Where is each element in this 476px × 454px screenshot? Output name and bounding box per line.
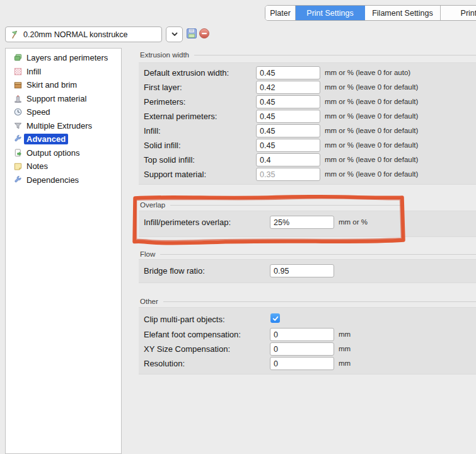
field-label: Top solid infill:	[144, 155, 195, 165]
field-hint: mm or % (leave 0 for default)	[325, 112, 418, 120]
elefant-foot-compensation-input[interactable]	[270, 328, 334, 341]
preset-dropdown-button[interactable]	[166, 26, 183, 42]
field-hint: mm or %	[339, 218, 368, 226]
field-hint: mm or % (leave 0 for default)	[325, 83, 418, 91]
field-label: Resolution:	[144, 359, 185, 368]
infill-perimeters-overlap-input[interactable]	[270, 216, 334, 229]
field-hint: mm or % (leave 0 for auto)	[325, 69, 410, 76]
bridge-flow-ratio-input[interactable]	[270, 264, 334, 277]
box-icon	[13, 80, 23, 90]
wrench-icon	[13, 175, 23, 185]
sidebar-item-label: Speed	[26, 107, 50, 117]
field-hint: mm	[339, 345, 351, 352]
tab-print-settings[interactable]: Print Settings	[296, 6, 365, 20]
field-label: Elefant foot compensation:	[144, 330, 241, 339]
sidebar-item-label: Multiple Extruders	[26, 121, 92, 131]
field-label: Solid infill:	[144, 141, 181, 150]
note-icon	[13, 161, 23, 171]
sidebar-item-output-options[interactable]: Output options	[6, 146, 121, 160]
default-extrusion-width-input[interactable]	[256, 66, 320, 79]
preset-name: 0.20mm NORMAL konstrukce	[23, 30, 128, 39]
section-header-overlap: Overlap	[140, 201, 403, 209]
field-hint: mm or % (leave 0 for default)	[325, 170, 418, 178]
field-label: Support material:	[144, 170, 206, 179]
sidebar-item-label: Skirt and brim	[26, 80, 77, 90]
layers-icon	[13, 53, 23, 62]
infill-width-input[interactable]	[256, 124, 320, 137]
field-label: Clip multi-part objects:	[144, 315, 225, 324]
field-hint: mm or % (leave 0 for default)	[325, 127, 418, 134]
wrench-icon	[13, 134, 23, 144]
page-arrow-icon	[13, 148, 23, 158]
field-hint: mm	[339, 330, 351, 338]
sidebar-item-support-material[interactable]: Support material	[6, 92, 121, 106]
preset-flag-icon	[10, 30, 20, 39]
checkmark-icon	[272, 315, 279, 322]
sidebar-item-notes[interactable]: Notes	[6, 160, 121, 173]
tab-plater[interactable]: Plater	[265, 6, 296, 20]
perimeters-width-input[interactable]	[256, 95, 320, 108]
delete-preset-button[interactable]	[198, 27, 210, 39]
field-hint: mm or % (leave 0 for default)	[325, 156, 418, 163]
save-preset-button[interactable]	[185, 27, 197, 39]
field-hint: mm	[339, 359, 351, 367]
section-title: Extrusion width	[140, 51, 189, 59]
save-floppy-icon	[186, 28, 197, 39]
field-hint: mm or % (leave 0 for default)	[325, 141, 418, 149]
sidebar-item-label: Notes	[26, 161, 48, 171]
clock-icon	[13, 107, 23, 117]
field-hint: mm or % (leave 0 for default)	[325, 98, 418, 105]
field-label: Infill/perimeters overlap:	[144, 218, 231, 227]
sidebar-item-advanced[interactable]: Advanced	[6, 132, 121, 146]
xy-size-compensation-input[interactable]	[270, 342, 334, 356]
section-title: Flow	[140, 250, 155, 258]
sidebar-item-layers-and-perimeters[interactable]: Layers and perimeters	[6, 51, 121, 65]
sidebar-item-skirt-and-brim[interactable]: Skirt and brim	[6, 78, 121, 92]
tab-printer-settings[interactable]: Printer	[441, 6, 476, 20]
section-divider	[163, 301, 476, 302]
field-label: First layer:	[144, 83, 182, 92]
field-label: Perimeters:	[144, 97, 185, 107]
tab-filament-settings[interactable]: Filament Settings	[365, 6, 441, 20]
resolution-input[interactable]	[270, 357, 334, 370]
sidebar-item-speed[interactable]: Speed	[6, 105, 121, 119]
building-icon	[13, 94, 23, 103]
sidebar-item-dependencies[interactable]: Dependencies	[6, 173, 121, 187]
funnel-icon	[13, 121, 23, 131]
field-label: XY Size Compensation:	[144, 344, 230, 354]
section-divider	[194, 55, 476, 55]
sidebar-item-multiple-extruders[interactable]: Multiple Extruders	[6, 119, 121, 133]
sidebar-item-label: Infill	[26, 67, 41, 76]
clip-multipart-checkbox[interactable]	[270, 313, 280, 323]
settings-category-sidebar: Layers and perimeters Infill Skirt and b	[5, 48, 122, 454]
section-header-flow: Flow	[140, 250, 476, 258]
sidebar-item-label: Support material	[26, 94, 86, 103]
solid-infill-width-input[interactable]	[256, 139, 320, 152]
category-list: Layers and perimeters Infill Skirt and b	[6, 49, 121, 187]
chevron-down-icon	[171, 32, 178, 37]
section-header-other: Other	[140, 298, 476, 305]
sidebar-item-infill[interactable]: Infill	[6, 65, 121, 79]
field-label: Infill:	[144, 126, 161, 136]
infill-pattern-icon	[13, 67, 23, 76]
field-label: Default extrusion width:	[144, 68, 229, 78]
section-divider	[160, 254, 476, 255]
sidebar-item-label: Advanced	[24, 134, 68, 144]
section-title: Overlap	[140, 201, 165, 209]
delete-minus-icon	[199, 28, 210, 39]
slic3r-print-settings-window: Plater Print Settings Filament Settings …	[0, 0, 476, 454]
sidebar-item-label: Output options	[26, 148, 80, 158]
sidebar-item-label: Layers and perimeters	[26, 53, 108, 62]
section-header-extrusion-width: Extrusion width	[140, 51, 476, 59]
support-material-width-input[interactable]	[256, 168, 320, 181]
field-label: Bridge flow ratio:	[144, 266, 205, 276]
first-layer-width-input[interactable]	[256, 81, 320, 94]
preset-combobox[interactable]: 0.20mm NORMAL konstrukce	[5, 26, 162, 42]
external-perimeters-width-input[interactable]	[256, 110, 320, 123]
section-title: Other	[140, 298, 158, 305]
settings-tabbar: Plater Print Settings Filament Settings …	[265, 5, 476, 21]
top-solid-infill-width-input[interactable]	[256, 153, 320, 166]
section-divider	[170, 205, 403, 206]
sidebar-item-label: Dependencies	[26, 175, 79, 185]
field-label: External perimeters:	[144, 112, 217, 121]
